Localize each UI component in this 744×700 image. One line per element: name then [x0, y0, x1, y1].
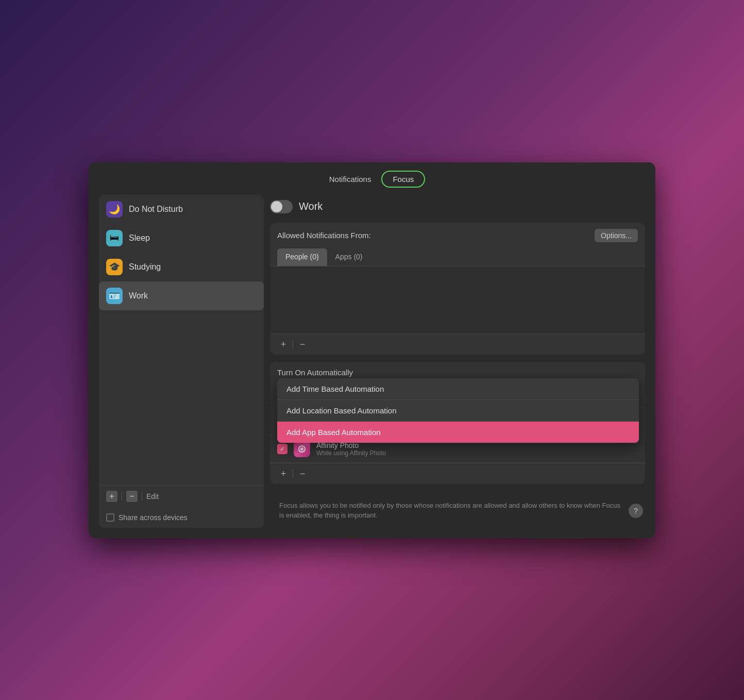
right-panel: Work Allowed Notifications From: Options…	[270, 195, 645, 528]
sidebar-item-sleep-label: Sleep	[129, 234, 150, 243]
remove-focus-button[interactable]: −	[126, 491, 138, 502]
sidebar-item-do-not-disturb[interactable]: 🌙 Do Not Disturb	[99, 195, 264, 224]
do-not-disturb-icon: 🌙	[106, 201, 123, 218]
notifications-add-remove-bar: + −	[270, 334, 645, 355]
options-button[interactable]: Options...	[595, 229, 638, 242]
description-text: Focus allows you to be notified only by …	[272, 496, 629, 526]
sidebar-item-studying-label: Studying	[129, 262, 161, 272]
work-icon: 🪪	[106, 288, 123, 304]
automation-bar-divider	[293, 470, 293, 478]
svg-point-1	[300, 447, 303, 451]
add-app-automation[interactable]: Add App Based Automation	[277, 422, 639, 443]
tab-notifications[interactable]: Notifications	[319, 172, 382, 187]
notifications-empty-area	[270, 266, 645, 334]
share-section: Share across devices	[99, 507, 264, 528]
sidebar-list: 🌙 Do Not Disturb 🛏 Sleep 🎓 Studying 🪪 Wo…	[99, 195, 264, 340]
edit-focus-button[interactable]: Edit	[146, 492, 159, 501]
bottom-row: Focus allows you to be notified only by …	[270, 491, 645, 528]
sidebar-item-sleep[interactable]: 🛏 Sleep	[99, 224, 264, 253]
automation-section: Turn On Automatically ✓ Affinity Publish…	[270, 362, 645, 484]
sidebar: 🌙 Do Not Disturb 🛏 Sleep 🎓 Studying 🪪 Wo…	[99, 195, 264, 528]
photo-text: Affinity Photo While using Affinity Phot…	[316, 441, 638, 457]
focus-header: Work	[270, 195, 645, 215]
main-window: Notifications Focus 🌙 Do Not Disturb 🛏 S…	[89, 162, 655, 538]
affinity-photo-icon	[294, 441, 310, 457]
focus-toggle[interactable]	[270, 200, 293, 213]
remove-automation-button[interactable]: −	[296, 468, 309, 480]
automation-add-remove-bar: + −	[270, 463, 645, 484]
add-notification-button[interactable]: +	[277, 338, 290, 351]
help-button[interactable]: ?	[629, 504, 643, 518]
notifications-box: Allowed Notifications From: Options... P…	[270, 223, 645, 355]
main-content: 🌙 Do Not Disturb 🛏 Sleep 🎓 Studying 🪪 Wo…	[89, 195, 655, 538]
add-time-automation[interactable]: Add Time Based Automation	[277, 378, 639, 400]
studying-icon: 🎓	[106, 259, 123, 275]
add-focus-button[interactable]: +	[106, 491, 117, 502]
notifications-label: Allowed Notifications From:	[277, 231, 371, 240]
sidebar-item-studying[interactable]: 🎓 Studying	[99, 253, 264, 281]
footer-divider	[122, 492, 122, 501]
add-location-automation[interactable]: Add Location Based Automation	[277, 400, 639, 422]
sleep-icon: 🛏	[106, 230, 123, 246]
sidebar-item-work[interactable]: 🪪 Work	[99, 281, 264, 310]
share-checkbox[interactable]	[106, 513, 114, 522]
bar-divider	[293, 340, 293, 348]
remove-notification-button[interactable]: −	[296, 338, 309, 351]
focus-title: Work	[299, 201, 323, 212]
notifications-header: Allowed Notifications From: Options...	[270, 223, 645, 248]
sidebar-footer: + − Edit	[99, 485, 264, 507]
tab-bar: Notifications Focus	[89, 162, 655, 195]
automation-dropdown: Add Time Based Automation Add Location B…	[277, 378, 639, 443]
tab-apps[interactable]: Apps (0)	[327, 248, 371, 266]
notifications-tabs-row: People (0) Apps (0)	[270, 248, 645, 266]
tab-focus[interactable]: Focus	[381, 171, 425, 188]
sidebar-item-work-label: Work	[129, 291, 148, 301]
tab-people[interactable]: People (0)	[277, 248, 327, 266]
automation-label: Turn On Automatically	[270, 362, 645, 381]
photo-subtitle: While using Affinity Photo	[316, 449, 638, 457]
footer-divider2	[142, 492, 142, 501]
photo-check-icon: ✓	[277, 444, 288, 454]
add-automation-button[interactable]: +	[277, 468, 290, 480]
sidebar-item-dnd-label: Do Not Disturb	[129, 205, 183, 214]
toggle-knob	[271, 201, 282, 212]
share-label: Share across devices	[119, 513, 188, 522]
